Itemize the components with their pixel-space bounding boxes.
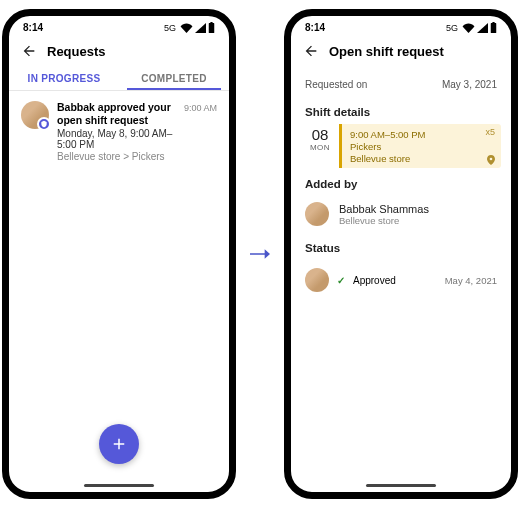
tab-underline (127, 88, 221, 90)
shift-group: Pickers (350, 140, 493, 152)
svg-rect-3 (492, 22, 494, 23)
avatar (305, 268, 329, 292)
check-icon: ✓ (337, 275, 345, 286)
back-icon[interactable] (21, 43, 37, 59)
home-indicator (84, 484, 154, 487)
shift-badge-icon (37, 117, 51, 131)
request-card[interactable]: Babbak approved your open shift request … (9, 91, 229, 172)
section-shift-details: Shift details (291, 96, 511, 124)
clock: 8:14 (305, 22, 325, 33)
add-button[interactable] (99, 424, 139, 464)
status-bar: 8:14 5G (291, 16, 511, 35)
signal-icon (477, 23, 488, 33)
back-icon[interactable] (303, 43, 319, 59)
status-bar: 8:14 5G (9, 16, 229, 35)
phone-requests: 8:14 5G Requests IN PROGRESS COMPLETED B… (2, 9, 236, 499)
network-label: 5G (446, 23, 458, 33)
status-icons: 5G (446, 22, 497, 33)
section-status: Status (291, 232, 511, 260)
card-datetime: Monday, May 8, 9:00 AM–5:00 PM (57, 128, 176, 150)
svg-rect-2 (491, 23, 497, 33)
tab-completed[interactable]: COMPLETED (119, 65, 229, 90)
shift-store: Bellevue store (350, 152, 493, 164)
shift-details: 9:00 AM–5:00 PM Pickers Bellevue store x… (339, 124, 501, 168)
status-text: Approved (353, 275, 396, 286)
added-by-store: Bellevue store (339, 215, 429, 226)
status-row: ✓ Approved May 4, 2021 (291, 260, 511, 300)
plus-icon (110, 435, 128, 453)
signal-icon (195, 23, 206, 33)
shift-count: x5 (485, 127, 495, 137)
tab-label: COMPLETED (141, 73, 206, 84)
battery-icon (208, 22, 215, 33)
requested-date: May 3, 2021 (442, 79, 497, 90)
card-timestamp: 9:00 AM (184, 101, 217, 162)
page-title: Requests (47, 44, 106, 59)
header: Requests (9, 35, 229, 65)
tabs: IN PROGRESS COMPLETED (9, 65, 229, 90)
shift-date: 08 MON (301, 124, 339, 168)
shift-day-num: 08 (301, 124, 339, 143)
shift-day-dow: MON (301, 143, 339, 152)
status-icons: 5G (164, 22, 215, 33)
wifi-icon (180, 23, 193, 33)
shift-time: 9:00 AM–5:00 PM (350, 128, 493, 140)
battery-icon (490, 22, 497, 33)
added-by-name: Babbak Shammas (339, 203, 429, 215)
requested-label: Requested on (305, 79, 367, 90)
added-by-row[interactable]: Babbak Shammas Bellevue store (291, 196, 511, 232)
page-title: Open shift request (329, 44, 444, 59)
tab-label: IN PROGRESS (28, 73, 101, 84)
card-body: Babbak approved your open shift request … (57, 101, 176, 162)
requested-row: Requested on May 3, 2021 (291, 65, 511, 96)
tab-in-progress[interactable]: IN PROGRESS (9, 65, 119, 90)
phone-detail: 8:14 5G Open shift request Requested on … (284, 9, 518, 499)
added-by-body: Babbak Shammas Bellevue store (339, 203, 429, 226)
shift-card[interactable]: 08 MON 9:00 AM–5:00 PM Pickers Bellevue … (301, 124, 501, 168)
header: Open shift request (291, 35, 511, 65)
svg-rect-0 (209, 23, 215, 33)
card-breadcrumb: Bellevue store > Pickers (57, 151, 176, 162)
avatar (305, 202, 329, 226)
section-added-by: Added by (291, 168, 511, 196)
clock: 8:14 (23, 22, 43, 33)
wifi-icon (462, 23, 475, 33)
home-indicator (366, 484, 436, 487)
shift-meta: x5 (485, 127, 495, 165)
avatar (21, 101, 49, 129)
flow-arrow (250, 246, 270, 262)
card-title: Babbak approved your open shift request (57, 101, 176, 127)
location-pin-icon (487, 155, 495, 165)
arrow-right-icon (250, 246, 270, 262)
status-date: May 4, 2021 (445, 275, 497, 286)
svg-rect-1 (210, 22, 212, 23)
network-label: 5G (164, 23, 176, 33)
